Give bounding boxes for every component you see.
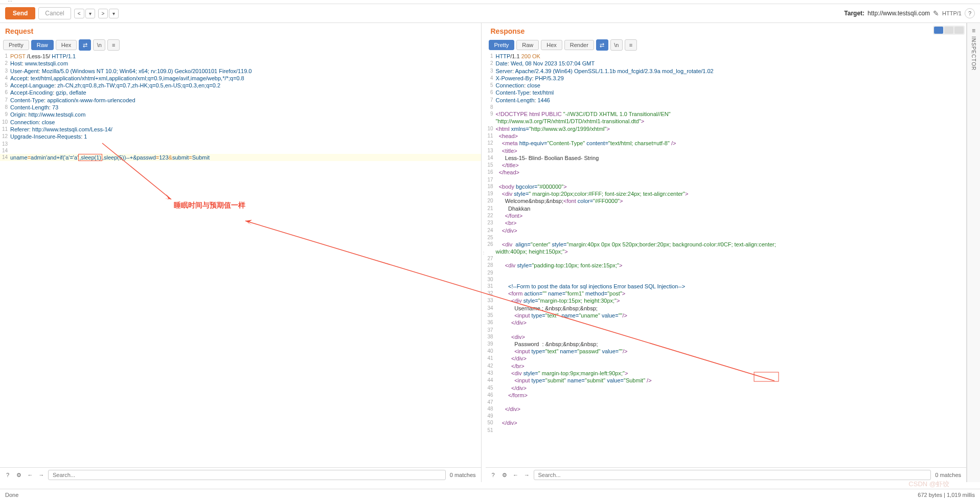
resp-settings-icon[interactable]: ⚙ (500, 470, 509, 480)
layout-combined[interactable] (954, 27, 964, 34)
settings-icon[interactable]: ⚙ (14, 470, 24, 480)
inspector-label: INSPECTOR (971, 36, 976, 71)
layout-horizontal[interactable] (934, 27, 943, 34)
http-version: HTTP/1 (942, 10, 962, 16)
tab-overflow[interactable]: ... (3, 0, 17, 4)
help-small-icon[interactable]: ? (3, 470, 12, 480)
prev-match-icon[interactable]: ← (26, 470, 35, 480)
inspector-toggle-icon[interactable]: ≡ (972, 27, 975, 34)
edit-target-icon[interactable]: ✎ (933, 9, 939, 17)
status-done: Done (5, 492, 18, 498)
main-content: Request Pretty Raw Hex ⇄ \n ≡ 1POST /Les… (0, 23, 980, 482)
history-nav-2: > ▾ (98, 9, 119, 18)
request-search-bar: ? ⚙ ← → 0 matches (0, 467, 481, 482)
prev-dropdown[interactable]: ▾ (85, 9, 95, 18)
request-pane: Request Pretty Raw Hex ⇄ \n ≡ 1POST /Les… (0, 23, 482, 482)
resp-help-icon[interactable]: ? (489, 470, 498, 480)
next-match-icon[interactable]: → (37, 470, 46, 480)
tab-bar: ... (0, 0, 980, 4)
request-code[interactable]: 1POST /Less-15/ HTTP/1.12Host: www.tests… (0, 53, 481, 467)
response-search-bar: ? ⚙ ← → 0 matches (486, 467, 967, 482)
help-icon[interactable]: ? (965, 8, 975, 18)
request-view-toolbar: Pretty Raw Hex ⇄ \n ≡ (0, 37, 481, 53)
send-button[interactable]: Send (5, 7, 35, 19)
prev-button[interactable]: < (74, 9, 84, 18)
resp-view-pretty[interactable]: Pretty (489, 40, 515, 50)
watermark: CSDN @虾饺 (908, 480, 949, 489)
resp-view-render[interactable]: Render (564, 40, 594, 50)
resp-prev-match-icon[interactable]: ← (511, 470, 520, 480)
inspector-panel[interactable]: ≡ INSPECTOR (967, 23, 980, 482)
newline-icon[interactable]: \n (93, 39, 105, 51)
target-url: http://www.testsqli.com (868, 10, 930, 17)
response-pane: Response Pretty Raw Hex Render ⇄ \n ≡ 1H… (486, 23, 967, 482)
next-dropdown[interactable]: ▾ (109, 9, 119, 18)
response-code[interactable]: 1HTTP/1.1 200 OK2Date: Wed, 08 Nov 2023 … (486, 53, 967, 467)
toolbar: Send Cancel < ▾ > ▾ Target: http://www.t… (0, 4, 980, 23)
target-info: Target: http://www.testsqli.com ✎ HTTP/1… (844, 8, 975, 18)
pane-divider[interactable]: ⋮ (482, 23, 486, 482)
response-view-toolbar: Pretty Raw Hex Render ⇄ \n ≡ (486, 37, 967, 53)
status-bar: Done 672 bytes | 1,019 millis (0, 489, 980, 500)
response-matches: 0 matches (933, 472, 963, 478)
request-search-input[interactable] (48, 470, 446, 480)
view-pretty[interactable]: Pretty (3, 40, 29, 50)
view-hex[interactable]: Hex (56, 40, 77, 50)
resp-newline-icon[interactable]: \n (610, 39, 623, 51)
layout-vertical[interactable] (944, 27, 953, 34)
history-nav-1: < ▾ (74, 9, 95, 18)
layout-toggles (933, 26, 965, 35)
status-bytes: 672 bytes | 1,019 millis (918, 492, 975, 498)
request-title: Request (5, 27, 33, 35)
response-search-input[interactable] (534, 470, 931, 480)
response-title: Response (491, 27, 525, 35)
target-label: Target: (844, 10, 864, 17)
view-raw[interactable]: Raw (31, 40, 54, 50)
request-matches: 0 matches (448, 472, 478, 478)
resp-wrap-icon[interactable]: ⇄ (596, 39, 608, 51)
resp-next-match-icon[interactable]: → (522, 470, 532, 480)
resp-view-raw[interactable]: Raw (516, 40, 539, 50)
resp-view-hex[interactable]: Hex (541, 40, 562, 50)
next-button[interactable]: > (98, 9, 108, 18)
cancel-button[interactable]: Cancel (38, 7, 71, 19)
wrap-icon[interactable]: ⇄ (79, 39, 91, 51)
resp-hamburger-icon[interactable]: ≡ (625, 39, 637, 51)
hamburger-icon[interactable]: ≡ (107, 39, 120, 51)
